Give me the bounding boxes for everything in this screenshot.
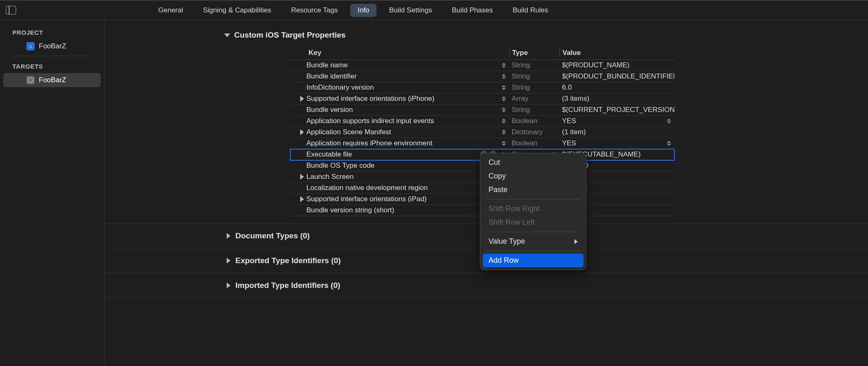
type-cell[interactable]: Dictionary <box>509 128 560 136</box>
menu-item-shift-right: Shift Row Right <box>483 202 583 216</box>
type-cell[interactable]: Boolean <box>509 139 560 147</box>
section-title: Exported Type Identifiers (0) <box>235 256 341 265</box>
stepper-icon[interactable] <box>502 62 507 69</box>
stepper-icon[interactable] <box>667 118 672 124</box>
stepper-icon[interactable] <box>502 140 507 147</box>
key-cell[interactable]: Bundle OS Type code <box>290 162 509 170</box>
table-row[interactable]: InfoDictionary versionString6.0 <box>290 82 674 93</box>
sidebar-project-header: PROJECT <box>0 26 104 39</box>
key-label: Executable file <box>306 150 352 159</box>
menu-item-add-row[interactable]: Add Row <box>483 254 583 267</box>
value-cell[interactable]: $(CURRENT_PROJECT_VERSION) <box>560 106 674 114</box>
sidebar-project-item[interactable]: ⌂ FooBarZ <box>3 39 101 53</box>
project-icon: ⌂ <box>26 42 35 50</box>
key-cell[interactable]: Launch Screen <box>290 173 509 181</box>
menu-item-value-type[interactable]: Value Type <box>483 235 583 248</box>
value-cell[interactable]: (1 item) <box>560 128 674 136</box>
column-type[interactable]: Type <box>509 49 560 57</box>
tab-build-rules[interactable]: Build Rules <box>505 4 556 17</box>
value-cell[interactable]: $(PRODUCT_NAME) <box>560 61 674 69</box>
chevron-right-icon[interactable] <box>227 283 230 288</box>
table-row[interactable]: Bundle versionString$(CURRENT_PROJECT_VE… <box>290 105 674 116</box>
chevron-right-icon[interactable] <box>300 96 304 102</box>
table-row[interactable]: Application Scene ManifestDictionary(1 i… <box>290 127 674 138</box>
key-cell[interactable]: Application requires iPhone environment <box>290 139 509 147</box>
table-row[interactable]: Supported interface orientations (iPhone… <box>290 93 674 105</box>
stepper-icon[interactable] <box>502 107 507 113</box>
stepper-icon[interactable] <box>667 140 672 147</box>
type-cell[interactable]: Boolean <box>509 117 560 125</box>
key-cell[interactable]: Supported interface orientations (iPhone… <box>290 95 509 103</box>
type-cell[interactable]: String <box>509 83 560 92</box>
key-label: Bundle version <box>306 106 353 114</box>
key-cell[interactable]: Application Scene Manifest <box>290 128 509 136</box>
stepper-icon[interactable] <box>502 73 507 80</box>
tab-signing-capabilities[interactable]: Signing & Capabilities <box>195 4 278 17</box>
key-label: Application Scene Manifest <box>306 128 391 136</box>
chevron-right-icon[interactable] <box>300 174 304 180</box>
value-cell[interactable]: $(PRODUCT_BUNDLE_IDENTIFIER) <box>560 72 674 81</box>
key-label: Application requires iPhone environment <box>306 139 432 147</box>
key-label: Supported interface orientations (iPad) <box>306 195 427 203</box>
chevron-right-icon[interactable] <box>300 196 304 202</box>
stepper-icon[interactable] <box>502 95 507 102</box>
section-header-properties[interactable]: Custom iOS Target Properties <box>104 31 868 40</box>
menu-item-label: Value Type <box>489 237 525 246</box>
key-cell[interactable]: Supported interface orientations (iPad) <box>290 195 509 203</box>
tab-resource-tags[interactable]: Resource Tags <box>284 4 345 17</box>
column-value[interactable]: Value <box>560 49 674 57</box>
type-cell[interactable]: Array <box>509 95 560 103</box>
stepper-icon[interactable] <box>502 129 507 135</box>
value-cell[interactable]: YES <box>560 117 674 125</box>
value-cell[interactable]: (3 items) <box>560 95 674 103</box>
project-sidebar: PROJECT ⌂ FooBarZ TARGETS FooBarZ <box>0 20 104 366</box>
chevron-right-icon[interactable] <box>227 258 230 264</box>
stepper-icon[interactable] <box>502 84 507 91</box>
menu-separator <box>486 199 580 200</box>
section-title: Imported Type Identifiers (0) <box>235 281 340 290</box>
main-split: PROJECT ⌂ FooBarZ TARGETS FooBarZ Custom… <box>0 20 868 366</box>
key-cell[interactable]: Bundle identifier <box>290 72 509 81</box>
sidebar-target-item[interactable]: FooBarZ <box>3 73 101 87</box>
tab-general[interactable]: General <box>151 4 190 17</box>
sidebar-toggle-icon[interactable] <box>6 6 16 14</box>
value-cell[interactable]: YES <box>560 139 674 147</box>
menu-item-copy[interactable]: Copy <box>483 169 583 183</box>
type-cell[interactable]: String <box>509 61 560 69</box>
section-title: Document Types (0) <box>235 231 310 240</box>
tab-build-phases[interactable]: Build Phases <box>444 4 500 17</box>
type-cell[interactable]: String <box>509 72 560 81</box>
stepper-icon[interactable] <box>502 118 507 124</box>
key-cell[interactable]: Bundle name <box>290 61 509 69</box>
key-cell[interactable]: Executable file+− <box>290 150 509 159</box>
key-label: Supported interface orientations (iPhone… <box>306 95 434 103</box>
key-cell[interactable]: InfoDictionary version <box>290 83 509 92</box>
chevron-right-icon[interactable] <box>227 233 230 239</box>
sidebar-project-label: FooBarZ <box>39 42 66 50</box>
value-cell[interactable]: 6.0 <box>560 83 674 92</box>
sidebar-targets-header: TARGETS <box>0 60 104 73</box>
table-header-row: Key Type Value <box>290 49 674 60</box>
tab-info[interactable]: Info <box>350 4 377 17</box>
table-row[interactable]: Application requires iPhone environmentB… <box>290 138 674 149</box>
table-row[interactable]: Bundle nameString$(PRODUCT_NAME) <box>290 60 674 71</box>
table-row[interactable]: Application supports indirect input even… <box>290 116 674 127</box>
key-label: Launch Screen <box>306 173 353 181</box>
menu-item-paste[interactable]: Paste <box>483 183 583 197</box>
key-cell[interactable]: Localization native development region <box>290 184 509 192</box>
menu-item-cut[interactable]: Cut <box>483 156 583 169</box>
key-cell[interactable]: Bundle version string (short) <box>290 206 509 214</box>
key-cell[interactable]: Bundle version <box>290 106 509 114</box>
key-label: Bundle identifier <box>306 72 357 81</box>
type-cell[interactable]: String <box>509 106 560 114</box>
menu-separator <box>486 251 580 251</box>
key-cell[interactable]: Application supports indirect input even… <box>290 117 509 125</box>
menu-separator <box>486 232 580 232</box>
tab-build-settings[interactable]: Build Settings <box>382 4 439 17</box>
chevron-right-icon[interactable] <box>300 129 304 135</box>
key-label: InfoDictionary version <box>306 83 374 92</box>
table-row[interactable]: Bundle identifierString$(PRODUCT_BUNDLE_… <box>290 71 674 82</box>
context-menu: Cut Copy Paste Shift Row Right Shift Row… <box>480 153 586 270</box>
section-header[interactable]: Imported Type Identifiers (0) <box>104 273 868 298</box>
column-key[interactable]: Key <box>290 49 509 57</box>
